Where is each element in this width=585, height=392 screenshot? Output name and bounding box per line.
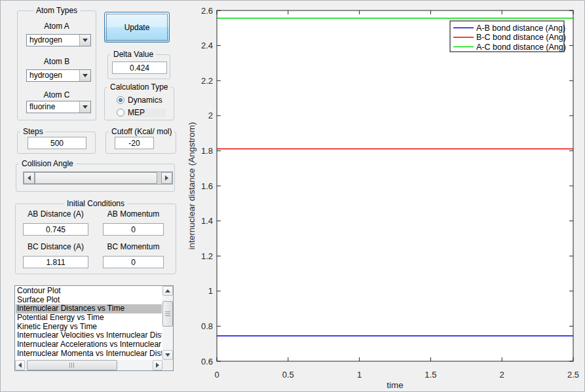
plot-type-listbox[interactable]: Contour PlotSurface PlotInternuclear Dis…: [14, 285, 174, 371]
dropdown-arrow-icon[interactable]: [79, 70, 90, 81]
list-item[interactable]: Potential Energy vs Time: [16, 313, 162, 323]
y-tick-label: 1.4: [201, 216, 213, 226]
slider-right-arrow-icon[interactable]: [161, 172, 172, 184]
steps-input[interactable]: [28, 137, 86, 149]
bc-distance-label: BC Distance (A): [23, 243, 88, 251]
scroll-right-icon[interactable]: [153, 360, 162, 370]
scroll-up-icon[interactable]: [162, 286, 173, 296]
collision-angle-title: Collision Angle: [19, 159, 76, 168]
app-window: Atom Types Atom A hydrogen Atom B hydrog…: [0, 0, 585, 392]
y-axis-label: internuclear distance (Angstrom): [187, 122, 197, 249]
x-tick-label: 1: [357, 370, 362, 380]
atom-b-label: Atom B: [18, 58, 96, 66]
vertical-scroll-thumb[interactable]: [162, 301, 173, 327]
x-axis-label: time: [387, 380, 404, 390]
ab-momentum-input[interactable]: [103, 223, 164, 236]
dropdown-arrow-icon[interactable]: [79, 35, 90, 46]
initial-conditions-title: Initial Conditions: [64, 199, 127, 208]
plot-background: [217, 10, 573, 361]
atom-c-value: fluorine: [27, 101, 79, 113]
list-item[interactable]: Kinetic Energy vs Time: [16, 323, 162, 332]
radio-unselected-icon[interactable]: [117, 109, 124, 116]
dropdown-arrow-icon[interactable]: [79, 101, 90, 113]
steps-group: Steps: [17, 132, 96, 154]
atom-b-dropdown[interactable]: hydrogen: [26, 69, 91, 82]
scroll-down-icon[interactable]: [162, 350, 173, 360]
delta-value-title: Delta Value: [111, 50, 156, 59]
y-tick-label: 2: [208, 111, 213, 120]
plot-canvas: 00.511.522.50.60.811.21.41.61.822.22.42.…: [186, 1, 585, 392]
collision-angle-slider[interactable]: [23, 171, 173, 185]
horizontal-scroll-thumb[interactable]: [27, 360, 117, 370]
bc-momentum-label: BC Momentum: [103, 243, 164, 251]
atom-types-title: Atom Types: [33, 6, 80, 15]
list-item[interactable]: Contour Plot: [16, 287, 162, 296]
legend: A-B bond distance (Ang)B-C bond distance…: [450, 21, 566, 52]
legend-entry-label: A-C bond distance (Ang): [476, 43, 566, 52]
cutoff-group: Cutoff (Kcal/ mol): [105, 132, 176, 154]
initial-conditions-group: Initial Conditions AB Distance (A) AB Mo…: [15, 204, 176, 274]
y-tick-label: 1.6: [201, 181, 213, 191]
vertical-scrollbar[interactable]: [162, 286, 173, 360]
radio-dynamics[interactable]: Dynamics: [117, 96, 162, 105]
y-tick-label: 0.6: [201, 357, 213, 366]
x-tick-label: 2: [500, 370, 504, 380]
slider-thumb[interactable]: [35, 172, 157, 184]
slider-left-arrow-icon[interactable]: [24, 172, 35, 184]
radio-selected-icon[interactable]: [117, 96, 124, 104]
y-tick-label: 1: [208, 286, 213, 296]
atom-b-value: hydrogen: [27, 70, 79, 81]
atom-a-dropdown[interactable]: hydrogen: [26, 34, 91, 46]
y-tick-label: 0.8: [201, 321, 213, 331]
radio-mep-label: MEP: [128, 109, 166, 117]
collision-angle-group: Collision Angle: [16, 164, 175, 192]
list-item[interactable]: Internuclear Accelerations vs Internucle…: [16, 340, 162, 349]
ab-distance-input[interactable]: [23, 223, 88, 236]
delta-value-input[interactable]: [112, 62, 167, 74]
bc-distance-input[interactable]: [23, 256, 88, 268]
ab-distance-label: AB Distance (A): [23, 210, 88, 219]
steps-title: Steps: [20, 127, 46, 136]
delta-value-group: Delta Value: [107, 54, 170, 79]
x-tick-label: 1.5: [425, 370, 436, 380]
legend-entry-label: B-C bond distance (Ang): [476, 33, 566, 42]
legend-entry-label: A-B bond distance (Ang): [476, 24, 565, 33]
bc-momentum-input[interactable]: [103, 256, 164, 268]
y-tick-label: 2.6: [201, 6, 213, 16]
atom-c-label: Atom C: [18, 91, 96, 99]
y-tick-label: 1.8: [201, 146, 213, 156]
y-tick-label: 2.4: [201, 41, 213, 50]
atom-c-dropdown[interactable]: fluorine: [26, 101, 91, 113]
scrollbar-corner: [162, 360, 173, 370]
calculation-type-title: Calculation Type: [107, 82, 171, 92]
scroll-left-icon[interactable]: [15, 360, 25, 370]
update-button[interactable]: Update: [104, 12, 170, 43]
atom-types-group: Atom Types Atom A hydrogen Atom B hydrog…: [17, 10, 96, 120]
list-item[interactable]: Internuclear Velocities vs Internuclear …: [16, 331, 162, 340]
y-tick-label: 2.2: [201, 76, 213, 86]
radio-mep[interactable]: MEP: [117, 108, 166, 117]
cutoff-input[interactable]: [115, 137, 154, 149]
list-item[interactable]: Internuclear Distances vs Time: [16, 304, 162, 313]
horizontal-scrollbar[interactable]: [15, 360, 162, 370]
radio-dynamics-label: Dynamics: [128, 96, 162, 105]
list-item[interactable]: Surface Plot: [16, 296, 162, 305]
atom-a-value: hydrogen: [27, 35, 79, 46]
y-tick-label: 1.2: [201, 251, 213, 261]
list-item[interactable]: Internuclear Momenta vs Internuclear Dis…: [16, 349, 162, 359]
cutoff-title: Cutoff (Kcal/ mol): [109, 127, 174, 136]
atom-a-label: Atom A: [18, 22, 96, 31]
plot-type-list: Contour PlotSurface PlotInternuclear Dis…: [16, 287, 162, 359]
x-tick-label: 0: [214, 370, 219, 380]
x-tick-label: 2.5: [567, 370, 579, 380]
ab-momentum-label: AB Momentum: [103, 210, 164, 219]
calculation-type-group: Calculation Type Dynamics MEP: [104, 87, 174, 120]
x-tick-label: 0.5: [282, 370, 294, 380]
